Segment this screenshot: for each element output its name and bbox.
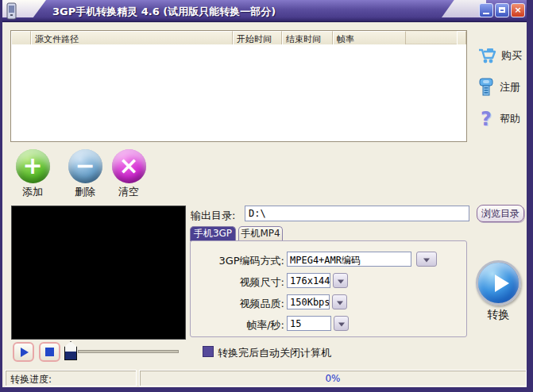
register-label: 注册 (500, 80, 520, 94)
titlebar: 3GP手机转换精灵 4.6 (试用版只能转换一部分) × (0, 0, 533, 22)
convert-label: 转换 (476, 308, 521, 322)
framerate-value[interactable]: 15 (287, 316, 331, 331)
maximize-button[interactable] (495, 3, 509, 17)
video-quality-value[interactable]: 150Kbps (287, 294, 330, 309)
video-preview (11, 206, 186, 340)
close-button[interactable]: × (511, 3, 525, 17)
minus-icon: − (68, 149, 102, 183)
plus-icon: + (16, 149, 50, 183)
cart-icon (477, 47, 496, 64)
phone-app-icon (6, 2, 17, 23)
app-window: 3GP手机转换精灵 4.6 (试用版只能转换一部分) × 源文件路径 开始时间 … (0, 0, 533, 392)
file-list[interactable]: 源文件路径 开始时间 结束时间 帧率 (10, 30, 467, 142)
add-label: 添加 (9, 185, 56, 199)
column-header-end-time[interactable]: 结束时间 (282, 31, 333, 44)
help-button[interactable]: ? 帮助 (477, 108, 528, 130)
column-header-source-path[interactable]: 源文件路径 (31, 31, 233, 44)
seek-slider-thumb[interactable] (64, 341, 77, 360)
output-dir-input[interactable] (245, 206, 469, 221)
seek-slider-track[interactable] (78, 350, 179, 353)
buy-button[interactable]: 购买 (477, 44, 528, 67)
output-dir-label: 输出目录: (191, 209, 235, 223)
remove-label: 删除 (61, 185, 109, 199)
progress-bar: 0% (139, 370, 527, 386)
window-title: 3GP手机转换精灵 4.6 (试用版只能转换一部分) (52, 5, 276, 19)
register-button[interactable]: 注册 (477, 76, 528, 98)
browse-dir-button[interactable]: 浏览目录 (477, 205, 524, 222)
clear-label: 清空 (105, 185, 153, 199)
column-header-start-time[interactable]: 开始时间 (233, 31, 282, 44)
video-size-dropdown-button[interactable] (333, 273, 348, 288)
shutdown-checkbox-label: 转换完后自动关闭计算机 (218, 346, 331, 360)
play-icon (21, 348, 29, 357)
stop-icon (45, 348, 54, 356)
remove-file-button[interactable]: − 删除 (61, 149, 109, 199)
tab-phone-mp4[interactable]: 手机MP4 (238, 226, 283, 241)
x-icon: × (112, 149, 146, 183)
column-header-filler (406, 31, 457, 44)
progress-label: 转换进度: (5, 370, 137, 386)
convert-button[interactable] (476, 260, 521, 306)
column-header-framerate[interactable]: 帧率 (333, 31, 406, 44)
play-icon (495, 275, 509, 292)
clear-list-button[interactable]: × 清空 (105, 149, 153, 199)
question-mark-icon: ? (477, 110, 495, 129)
video-size-label: 视频尺寸: (190, 275, 284, 290)
shutdown-checkbox[interactable] (203, 346, 214, 357)
key-icon (477, 78, 495, 97)
framerate-dropdown-button[interactable] (334, 316, 349, 331)
file-list-header: 源文件路径 开始时间 结束时间 帧率 (11, 31, 466, 44)
play-button[interactable] (13, 342, 34, 362)
column-header-select[interactable] (11, 31, 31, 44)
stop-button[interactable] (39, 342, 60, 362)
minimize-button[interactable] (479, 3, 493, 17)
add-file-button[interactable]: + 添加 (9, 149, 56, 199)
video-quality-label: 视频品质: (190, 297, 284, 311)
encoding-dropdown-button[interactable] (416, 252, 437, 267)
video-quality-dropdown-button[interactable] (332, 294, 347, 309)
tab-phone-3gp[interactable]: 手机3GP (190, 226, 236, 241)
framerate-label: 帧率/秒: (190, 318, 284, 332)
video-size-value[interactable]: 176x144 (287, 273, 330, 288)
column-header-end (457, 31, 466, 44)
encoding-value[interactable]: MPEG4+AMR编码 (287, 252, 411, 267)
help-label: 帮助 (500, 112, 520, 126)
buy-label: 购买 (501, 48, 522, 63)
encoding-label: 3GP编码方式: (190, 254, 284, 268)
